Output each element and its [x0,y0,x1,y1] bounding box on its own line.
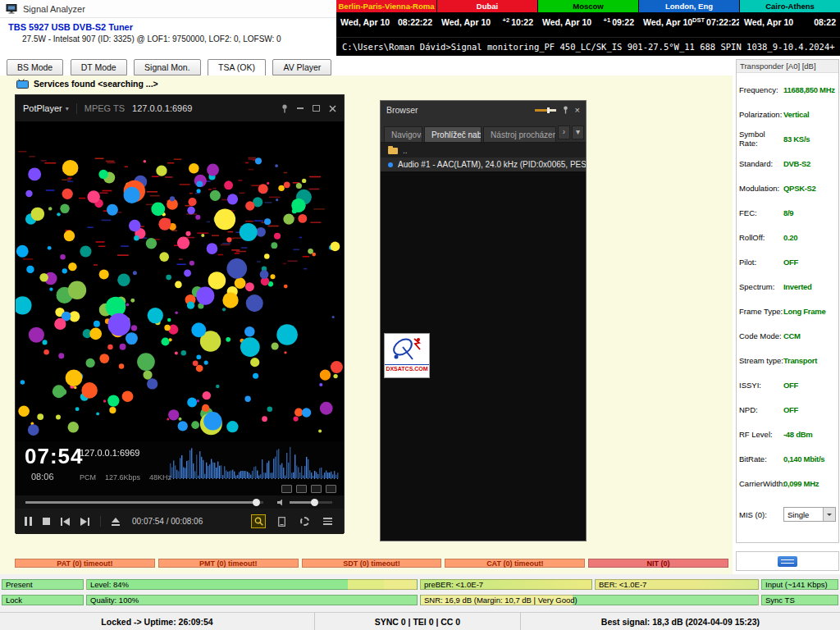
clock-right: DST07:22:22 [692,17,739,27]
meter-mini-panel[interactable] [736,551,839,571]
speaker-icon[interactable] [277,499,285,506]
param-value: Vertical [783,110,809,119]
clock-cell: Moscow Wed, Apr 10 +109:22 [538,0,638,37]
audio-track-label: Audio #1 - AAC(LATM), 24.0 kHz (PID:0x00… [398,160,586,169]
opacity-slider[interactable] [535,109,556,112]
settings-gear-icon[interactable] [297,514,312,528]
tab-scroll-next-icon[interactable]: › [558,126,570,139]
clock-date: Wed, Apr 10 [643,17,692,27]
overlay-repeat-icon[interactable] [296,485,307,493]
overlay-capture-icon[interactable] [281,485,292,493]
seek-bar[interactable] [25,501,263,504]
tab-av-player[interactable]: AV Player [272,59,331,75]
params-header: Transponder [A0] [dB] [737,60,838,73]
pin-icon[interactable] [281,104,288,113]
player-toolbar [251,514,335,528]
clock-city-label: Moscow [538,0,638,12]
tab-bs-mode[interactable]: BS Mode [7,59,63,75]
close-icon[interactable] [329,105,336,112]
param-label: Polarization: [739,110,783,119]
audio-track-item[interactable]: Audio #1 - AAC(LATM), 24.0 kHz (PID:0x00… [381,158,586,171]
param-value: OFF [783,405,798,414]
video-frame [16,121,344,495]
samplerate-label: 48KHz [149,473,171,482]
device-icon[interactable] [274,514,289,528]
param-row: Standard: DVB-S2 [737,151,838,176]
mis-row: MIS (0): Single [737,507,838,522]
parent-directory-row[interactable]: .. [381,143,586,158]
potplayer-menu-button[interactable]: PotPlayer ▾ [23,103,69,113]
clock-cell: Berlin-Paris-Vienna-Roma Wed, Apr 10 08:… [336,0,436,37]
clock-time-row: Wed, Apr 10 08:22 [740,12,840,27]
bitrate-label: 127.6Kbps [105,473,140,482]
quality-bar: Quality: 100% [86,595,418,605]
clock-cell: Dubai Wed, Apr 10 +210:22 [437,0,537,37]
tuner-details: 27.5W - Intelsat 907 (ID: 3325) @ LOF1: … [22,34,336,43]
potplayer-titlebar[interactable]: PotPlayer ▾ MPEG TS 127.0.0.1:6969 [16,95,344,121]
tab-menu-browser[interactable]: Prohlížeč nabídky [424,126,482,142]
clock-time-row: Wed, Apr 10 +210:22 [437,12,537,27]
tab-signal-mon[interactable]: Signal Mon. [134,59,200,75]
param-value: Long Frame [783,307,825,316]
search-icon[interactable] [251,514,266,528]
param-value: -48 dBm [783,430,812,439]
opacity-slider-handle[interactable] [547,107,550,113]
param-label: Symbol Rate: [739,130,783,148]
param-label: Spectrum: [739,282,783,291]
mis-dropdown[interactable]: Single [783,507,836,522]
param-row: Symbol Rate: 83 KS/s [737,126,838,151]
param-row: ISSYI: OFF [737,372,838,397]
param-value: DVB-S2 [783,159,810,168]
volume-slider[interactable] [290,501,332,504]
param-value: 0,099 MHz [783,479,819,488]
close-icon[interactable]: × [575,106,580,114]
next-button[interactable] [80,518,89,526]
meter-icon [778,556,797,567]
maximize-icon[interactable] [313,105,320,112]
previous-button[interactable] [61,518,70,526]
ber-bar: BER: <1.0E-7 [595,579,759,590]
world-clock-panel: Berlin-Paris-Vienna-Roma Wed, Apr 10 08:… [336,0,840,38]
tab-navigate[interactable]: Navigovat [384,126,422,142]
browser-titlebar[interactable]: Browser × [381,101,586,119]
stop-button[interactable] [43,518,50,525]
menu-icon[interactable] [320,514,335,528]
param-label: CarrierWidth: [739,479,783,488]
clock-time-row: Wed, Apr 10 DST07:22:22 [639,12,739,27]
pin-icon[interactable] [563,106,568,114]
command-prompt-text: C:\Users\Roman Dávid>Signal monitoring_P… [342,42,835,52]
tab-tsa[interactable]: TSA (OK) [208,59,266,77]
seek-progress [25,501,256,504]
tab-title-browser[interactable]: Nástroj procházení titu... [483,126,556,142]
folder-icon [388,148,398,154]
signal-status-row-2: Lock Quality: 100% SNR: 16,9 dB (Margin:… [2,595,838,605]
seek-handle[interactable] [253,499,260,506]
param-value: Transport [783,356,817,365]
clock-right: +210:22 [503,17,533,27]
player-controls: 00:07:54 / 00:08:06 [16,509,344,534]
param-value: CCM [783,331,801,340]
video-area[interactable]: 07:54 08:06 127.0.0.1:6969 PCM 127.6Kbps… [16,121,344,495]
clock-cell: Cairo-Athens Wed, Apr 10 08:22 [740,0,840,37]
param-label: Standard: [739,159,783,168]
separator [76,103,77,114]
up-dir-label: .. [403,146,408,155]
stream-format-label: MPEG TS [84,103,125,113]
tuner-info: TBS 5927 USB DVB-S2 Tuner 27.5W - Intels… [0,18,336,56]
eject-button[interactable] [112,518,120,526]
minimize-icon[interactable] [297,107,304,109]
clock-city-label: London, Eng [639,0,739,12]
command-prompt[interactable]: C:\Users\Roman Dávid>Signal monitoring_P… [336,38,840,56]
overlay-subtitle-icon[interactable] [311,485,322,493]
tab-list-dropdown-icon[interactable]: ▾ [572,126,584,139]
total-duration: 08:06 [31,472,54,482]
volume-handle[interactable] [311,499,318,506]
tuner-name: TBS 5927 USB DVB-S2 Tuner [8,22,336,32]
param-row: Frame Type: Long Frame [737,299,838,323]
clock-city-label: Cairo-Athens [740,0,840,12]
pause-button[interactable] [25,517,32,526]
clock-time-value: 07:22:22 [706,17,739,27]
param-value: 0.20 [783,233,797,242]
tab-dt-mode[interactable]: DT Mode [71,59,127,75]
overlay-playlist-icon[interactable] [326,485,336,493]
